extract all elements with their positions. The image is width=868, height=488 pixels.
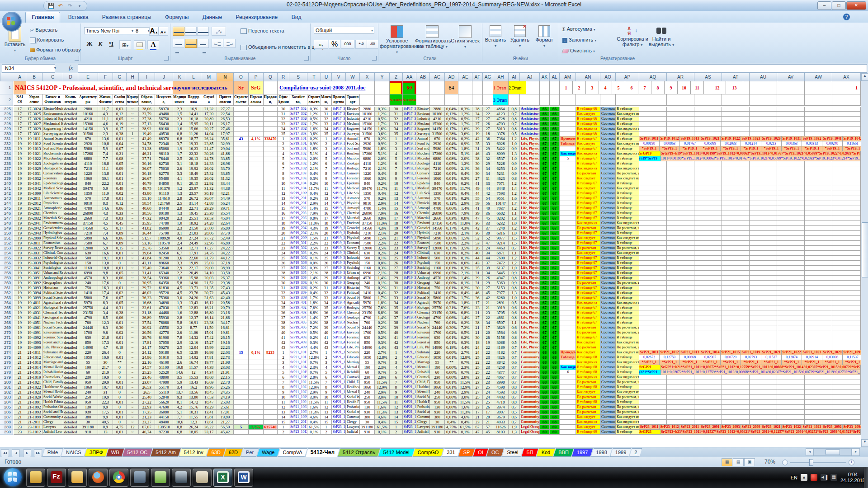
cell-AV243[interactable] bbox=[777, 196, 805, 201]
cell-category-277[interactable]: Community a bbox=[520, 365, 540, 370]
cell-J268[interactable]: 78080 bbox=[155, 320, 173, 325]
cell-C265[interactable]: Biological Tech bbox=[42, 305, 63, 310]
cell-Q227[interactable] bbox=[264, 117, 278, 122]
cell-AS236[interactable] bbox=[694, 161, 722, 166]
cell-category-229[interactable]: Architecture bbox=[520, 127, 540, 131]
cell-AM290[interactable] bbox=[560, 430, 576, 435]
cell-T246[interactable]: 7,9% bbox=[307, 211, 321, 216]
cell-AS282[interactable] bbox=[694, 390, 722, 395]
cell-L228[interactable]: 15,95 bbox=[186, 122, 201, 127]
cell-note3-244[interactable]: В таблице bbox=[616, 201, 639, 206]
cell-B288[interactable]: 21-2011 bbox=[26, 420, 42, 425]
cell-note2-283[interactable]: Соотношение bbox=[600, 395, 616, 400]
cell-AM289[interactable] bbox=[560, 425, 576, 430]
cell-R228[interactable]: 33 bbox=[278, 122, 289, 127]
cell-K264[interactable]: 1,3 bbox=[173, 300, 186, 305]
cell-R249[interactable]: 19 bbox=[278, 226, 289, 231]
cell-category-269[interactable]: Life, Physica bbox=[520, 325, 540, 330]
cell-R226[interactable]: 31 bbox=[278, 112, 289, 117]
cell-AG266[interactable]: 23 bbox=[483, 310, 493, 315]
cell-AW286[interactable] bbox=[805, 410, 832, 415]
cell-note2-259[interactable]: Соотношение bbox=[600, 276, 616, 281]
cell-F243[interactable]: 17,8 bbox=[98, 196, 113, 201]
maximize-button[interactable]: □ bbox=[832, 1, 846, 10]
cell-M283[interactable]: 17,53 bbox=[201, 395, 217, 400]
cell-H277[interactable]: ~ bbox=[127, 365, 139, 370]
cell-AI252[interactable]: 1,5 bbox=[509, 241, 520, 246]
cell-X237[interactable]: 7210 bbox=[360, 166, 375, 171]
cell-AB260[interactable]: Geographers bbox=[416, 281, 430, 286]
cell-C283[interactable]: Social Workers bbox=[42, 395, 63, 400]
cell-N233[interactable]: 29,04 bbox=[217, 146, 234, 151]
cell-U274[interactable]: 1 bbox=[321, 350, 332, 355]
cell-X259[interactable]: 4570 bbox=[360, 276, 375, 281]
cell-note3-274[interactable]: Как следует из таблицы bbox=[616, 350, 639, 355]
cell-AM241[interactable] bbox=[560, 186, 576, 191]
cell-Z232[interactable]: 2 bbox=[390, 141, 403, 146]
row-header-240[interactable]: 240 bbox=[0, 181, 13, 186]
cell-AW227[interactable] bbox=[805, 117, 832, 122]
cell-G288[interactable]: 0 bbox=[113, 420, 127, 425]
cell-N258[interactable]: 33,50 bbox=[217, 271, 234, 276]
cell-AI225[interactable]: 0,8 bbox=[509, 107, 520, 112]
cell-X238[interactable]: 1220 bbox=[360, 171, 375, 176]
cell-table-246[interactable]: 67 bbox=[540, 211, 550, 216]
cell-AA268[interactable]: SrP19_4051 bbox=[403, 320, 416, 325]
cell-J276[interactable]: 46100 bbox=[155, 360, 173, 365]
cell-AI231[interactable]: 1,2 bbox=[509, 136, 520, 141]
sheet-tab-5412-Отрасль[interactable]: 5412-Отрасль bbox=[338, 448, 380, 457]
cell-row1-number[interactable]: 4 bbox=[599, 81, 612, 94]
cell-V243[interactable]: SrP19_2011 bbox=[332, 196, 346, 201]
cell-H258[interactable]: ~ bbox=[127, 271, 139, 276]
cell-note2-240[interactable]: Соотношение bbox=[600, 181, 616, 186]
cell-AT283[interactable] bbox=[722, 395, 750, 400]
cell-AU225[interactable] bbox=[750, 107, 777, 112]
cell-K235[interactable]: 2,5 bbox=[173, 156, 186, 161]
column-header-V[interactable]: V bbox=[332, 73, 346, 81]
cell-G262[interactable]: 0,02 bbox=[113, 291, 127, 296]
cell-AU284[interactable] bbox=[750, 400, 777, 405]
cell-AG262[interactable]: 45 bbox=[483, 291, 493, 296]
cell-AB225[interactable]: Electro-Mecha bbox=[416, 107, 430, 112]
cell-W278[interactable]: Rehabilitation C bbox=[346, 370, 360, 375]
cell-D246[interactable]: detailed bbox=[63, 211, 78, 216]
cell-AR229[interactable] bbox=[667, 127, 694, 131]
cell-W239[interactable]: Foresters bbox=[346, 176, 360, 181]
cell-O268[interactable] bbox=[234, 320, 249, 325]
cell-table2-246[interactable]: 67 bbox=[550, 211, 560, 216]
strip-cell[interactable]: SrP19_1031 bbox=[782, 136, 802, 141]
cell-AV286[interactable] bbox=[777, 410, 805, 415]
cell-AG225[interactable]: 27 bbox=[483, 107, 493, 112]
cell-W286[interactable]: Social and Hum bbox=[346, 410, 360, 415]
cell-N266[interactable]: 23,16 bbox=[217, 310, 234, 315]
cell-Z261[interactable]: 31 bbox=[390, 286, 403, 291]
cell-I231[interactable]: 42,49 bbox=[139, 136, 155, 141]
cell-AQ282[interactable] bbox=[639, 390, 667, 395]
cell-D250[interactable]: detailed bbox=[63, 231, 78, 236]
cell-D231[interactable]: detailed bbox=[63, 136, 78, 141]
cell-R225[interactable]: 30 bbox=[278, 107, 289, 112]
cell-J267[interactable]: 55930 bbox=[155, 315, 173, 320]
column-header-AT[interactable]: AT bbox=[722, 73, 750, 81]
strip-cell[interactable]: SrP19_1032 bbox=[802, 136, 822, 141]
cell-Z282[interactable]: 9 bbox=[390, 390, 403, 395]
cell-AH282[interactable]: 4593 bbox=[493, 390, 509, 395]
cell-AA263[interactable]: SrP19_3099 bbox=[403, 296, 416, 300]
cell-A226[interactable]: 17 bbox=[14, 112, 26, 117]
cell-W243[interactable]: Astronomers bbox=[346, 196, 360, 201]
cell-R233[interactable]: 3 bbox=[278, 146, 289, 151]
cell-N268[interactable]: 34,17 bbox=[217, 320, 234, 325]
cell-AD285[interactable]: 0,00% bbox=[445, 405, 458, 410]
cell-note1-265[interactable]: В таблице 67 bbox=[576, 305, 600, 310]
cell-W241[interactable]: Medical Scient bbox=[346, 186, 360, 191]
strip-cell[interactable]: *SrP19_1 bbox=[782, 146, 802, 151]
cell-table2-271[interactable]: 67 bbox=[550, 335, 560, 340]
cell-AC266[interactable]: 23150 bbox=[430, 310, 445, 315]
cell-AQ241[interactable] bbox=[639, 186, 667, 191]
cell-AS252[interactable] bbox=[694, 241, 722, 246]
cell-A269[interactable]: 19 bbox=[14, 325, 26, 330]
cell-AI255[interactable]: 1,2 bbox=[509, 256, 520, 261]
cell-M255[interactable]: 31,79 bbox=[201, 256, 217, 261]
cell-AS262[interactable] bbox=[694, 291, 722, 296]
cell-N241[interactable]: 44,38 bbox=[217, 186, 234, 191]
